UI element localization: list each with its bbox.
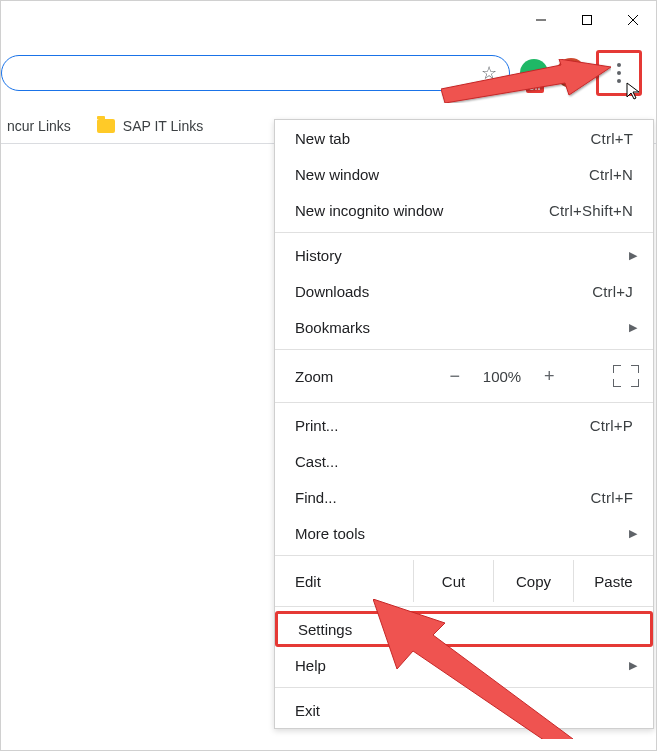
bookmark-item[interactable]: SAP IT Links xyxy=(97,118,203,134)
folder-icon xyxy=(97,119,115,133)
fullscreen-button[interactable] xyxy=(613,365,639,387)
menu-item-downloads[interactable]: Downloads Ctrl+J xyxy=(275,273,653,309)
menu-item-find[interactable]: Find... Ctrl+F xyxy=(275,479,653,515)
minimize-button[interactable] xyxy=(518,1,564,39)
chrome-menu-button[interactable] xyxy=(596,50,642,96)
submenu-arrow-icon: ▶ xyxy=(629,659,637,672)
submenu-arrow-icon: ▶ xyxy=(629,321,637,334)
cursor-icon xyxy=(625,81,643,101)
bookmark-label: ncur Links xyxy=(7,118,71,134)
close-button[interactable] xyxy=(610,1,656,39)
settings-highlight: Settings xyxy=(275,611,653,647)
address-bar[interactable]: ☆ xyxy=(1,55,510,91)
zoom-out-button[interactable]: − xyxy=(445,366,465,387)
extension-off-badge: off xyxy=(526,81,544,93)
menu-item-cast[interactable]: Cast... xyxy=(275,443,653,479)
menu-item-edit: Edit Cut Copy Paste xyxy=(275,560,653,602)
extension-icon[interactable]: off xyxy=(520,59,548,87)
zoom-in-button[interactable]: + xyxy=(539,366,559,387)
menu-item-print[interactable]: Print... Ctrl+P xyxy=(275,407,653,443)
menu-separator xyxy=(275,555,653,556)
bookmark-label: SAP IT Links xyxy=(123,118,203,134)
edit-copy-button[interactable]: Copy xyxy=(493,560,573,602)
chrome-main-menu: New tab Ctrl+T New window Ctrl+N New inc… xyxy=(274,119,654,729)
menu-item-more-tools[interactable]: More tools ▶ xyxy=(275,515,653,551)
zoom-value: 100% xyxy=(483,368,521,385)
menu-item-exit[interactable]: Exit xyxy=(275,692,653,728)
svg-rect-1 xyxy=(583,16,592,25)
menu-item-zoom: Zoom − 100% + xyxy=(275,354,653,398)
menu-item-bookmarks[interactable]: Bookmarks ▶ xyxy=(275,309,653,345)
menu-separator xyxy=(275,349,653,350)
menu-item-settings[interactable]: Settings xyxy=(278,614,650,644)
menu-item-new-tab[interactable]: New tab Ctrl+T xyxy=(275,120,653,156)
menu-item-history[interactable]: History ▶ xyxy=(275,237,653,273)
submenu-arrow-icon: ▶ xyxy=(629,527,637,540)
menu-separator xyxy=(275,232,653,233)
menu-separator xyxy=(275,687,653,688)
kebab-icon xyxy=(617,63,621,83)
bookmark-item[interactable]: ncur Links xyxy=(7,118,71,134)
menu-item-help[interactable]: Help ▶ xyxy=(275,647,653,683)
profile-avatar[interactable] xyxy=(556,58,586,88)
maximize-button[interactable] xyxy=(564,1,610,39)
menu-separator xyxy=(275,606,653,607)
submenu-arrow-icon: ▶ xyxy=(629,249,637,262)
edit-paste-button[interactable]: Paste xyxy=(573,560,653,602)
menu-item-incognito[interactable]: New incognito window Ctrl+Shift+N xyxy=(275,192,653,228)
edit-cut-button[interactable]: Cut xyxy=(413,560,493,602)
bookmark-star-icon[interactable]: ☆ xyxy=(481,62,497,84)
menu-item-new-window[interactable]: New window Ctrl+N xyxy=(275,156,653,192)
menu-separator xyxy=(275,402,653,403)
